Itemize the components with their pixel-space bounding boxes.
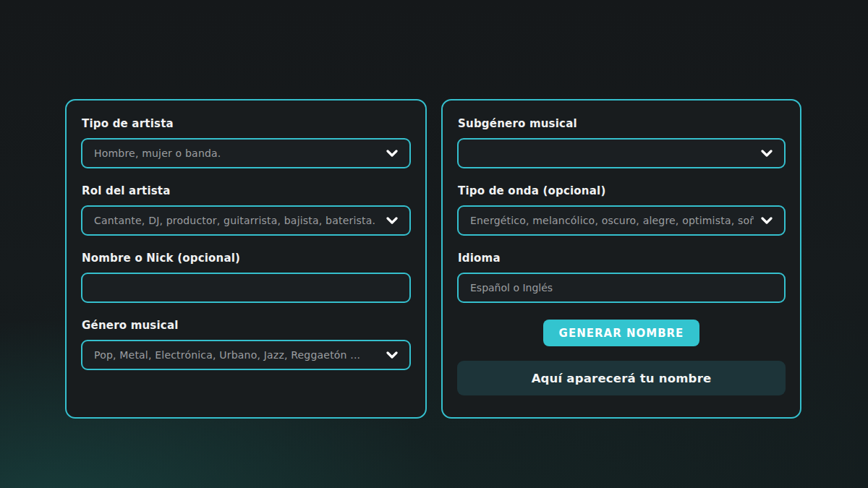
chevron-down-icon [761, 217, 773, 224]
generated-name-result: Aquí aparecerá tu nombre [457, 361, 786, 395]
tipo-de-artista-placeholder: Hombre, mujer o banda. [94, 147, 379, 159]
chevron-down-icon [386, 150, 398, 157]
chevron-down-icon [761, 150, 773, 157]
subgenero-musical-label: Subgénero musical [458, 117, 786, 130]
artist-name-generator-form: Tipo de artista Hombre, mujer o banda. R… [65, 99, 801, 419]
field-tipo-de-onda: Tipo de onda (opcional) Energético, mela… [457, 184, 786, 236]
rol-del-artista-select[interactable]: Cantante, DJ, productor, guitarrista, ba… [81, 205, 411, 236]
nombre-o-nick-input[interactable] [81, 273, 411, 303]
genero-musical-label: Género musical [82, 319, 411, 332]
chevron-down-icon [386, 351, 398, 359]
generate-button-row: GENERAR NOMBRE [457, 320, 786, 346]
subgenero-musical-select[interactable] [457, 138, 786, 168]
generate-name-button[interactable]: GENERAR NOMBRE [543, 320, 700, 346]
rol-del-artista-label: Rol del artista [82, 184, 411, 197]
field-tipo-de-artista: Tipo de artista Hombre, mujer o banda. [81, 117, 411, 168]
right-form-panel: Subgénero musical Tipo de onda (opcional… [441, 99, 801, 419]
field-idioma: Idioma [457, 252, 786, 303]
field-nombre-o-nick: Nombre o Nick (opcional) [81, 252, 411, 303]
idioma-input[interactable] [457, 273, 786, 303]
left-form-panel: Tipo de artista Hombre, mujer o banda. R… [65, 99, 427, 419]
tipo-de-onda-label: Tipo de onda (opcional) [458, 184, 786, 197]
tipo-de-onda-select[interactable]: Energético, melancólico, oscuro, alegre,… [457, 205, 786, 236]
nombre-o-nick-label: Nombre o Nick (opcional) [82, 252, 411, 265]
genero-musical-select[interactable]: Pop, Metal, Electrónica, Urbano, Jazz, R… [81, 340, 411, 370]
genero-musical-placeholder: Pop, Metal, Electrónica, Urbano, Jazz, R… [94, 349, 379, 361]
field-subgenero-musical: Subgénero musical [457, 117, 786, 168]
rol-del-artista-placeholder: Cantante, DJ, productor, guitarrista, ba… [94, 215, 379, 226]
field-rol-del-artista: Rol del artista Cantante, DJ, productor,… [81, 184, 411, 236]
tipo-de-onda-placeholder: Energético, melancólico, oscuro, alegre,… [470, 215, 754, 226]
tipo-de-artista-select[interactable]: Hombre, mujer o banda. [81, 138, 411, 168]
tipo-de-artista-label: Tipo de artista [82, 117, 411, 130]
chevron-down-icon [386, 217, 398, 224]
field-genero-musical: Género musical Pop, Metal, Electrónica, … [81, 319, 411, 370]
idioma-label: Idioma [458, 252, 786, 265]
